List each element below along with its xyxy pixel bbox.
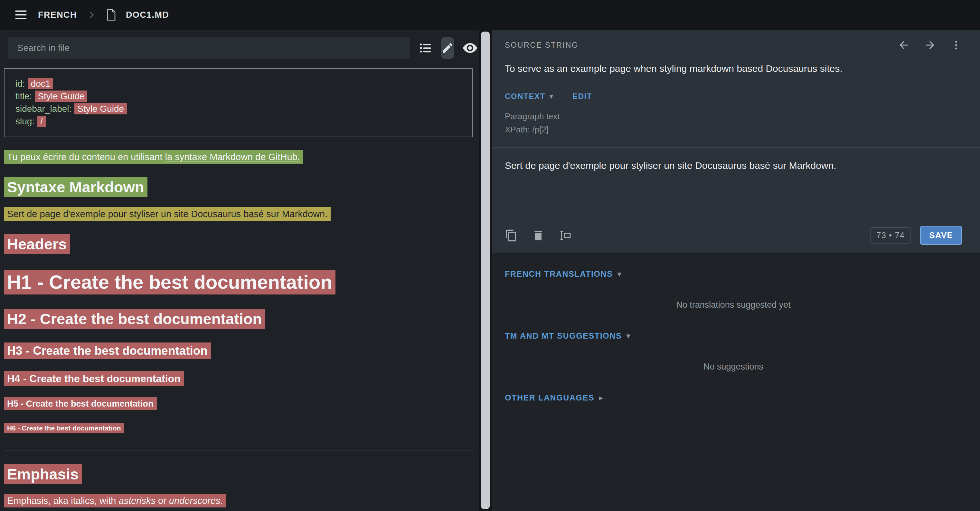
- frontmatter-line: sidebar_label:Style Guide: [16, 102, 461, 115]
- arrow-right-icon: [924, 39, 936, 51]
- translation-textarea[interactable]: Sert de page d'exemple pour styliser un …: [505, 149, 962, 223]
- translatable-string[interactable]: Style Guide: [74, 103, 127, 114]
- editor-divider: [492, 147, 980, 148]
- scrollbar-thumb[interactable]: [481, 32, 490, 509]
- untranslated-string[interactable]: H5 - Create the best documentation: [4, 397, 157, 410]
- untranslated-string[interactable]: H6 - Create the best documentation: [4, 423, 124, 433]
- string-editor: SOURCE STRING: [492, 30, 980, 252]
- heading-syntaxe-markdown: Syntaxe Markdown: [4, 177, 474, 197]
- preview-mode-button[interactable]: [462, 38, 478, 57]
- paragraph-intro: Tu peux écrire du contenu en utilisant l…: [4, 151, 474, 163]
- heading-h3: H3 - Create the best documentation: [4, 343, 474, 359]
- breadcrumb-project[interactable]: FRENCH: [38, 10, 77, 20]
- suggestions-area: FRENCH TRANSLATIONS ▾ No translations su…: [492, 252, 980, 511]
- translatable-string[interactable]: Style Guide: [35, 91, 87, 102]
- heading-h5: H5 - Create the best documentation: [4, 398, 474, 409]
- translation-panel: SOURCE STRING: [492, 30, 980, 511]
- trash-icon: [532, 229, 545, 242]
- translate-mode-button[interactable]: [441, 37, 454, 59]
- hamburger-menu-button[interactable]: [14, 7, 28, 22]
- context-xpath: XPath: /p[2]: [505, 123, 962, 136]
- frontmatter-line: slug:/: [16, 115, 461, 128]
- french-translations-toggle[interactable]: FRENCH TRANSLATIONS ▾: [505, 269, 622, 279]
- italic-segment: asterisks: [119, 495, 156, 506]
- list-view-button[interactable]: [418, 38, 433, 57]
- context-toggle[interactable]: CONTEXT ▾: [505, 91, 554, 101]
- hamburger-icon: [14, 7, 28, 22]
- other-languages-label: OTHER LANGUAGES: [505, 393, 594, 402]
- frontmatter-key: slug:: [16, 116, 35, 126]
- clear-translation-button[interactable]: [532, 229, 545, 242]
- source-string-label: SOURCE STRING: [505, 41, 579, 50]
- text-segment: Emphasis, aka italics, with: [7, 495, 119, 506]
- source-string-text: To serve as an example page when styling…: [505, 63, 962, 74]
- translated-string[interactable]: Syntaxe Markdown: [4, 177, 148, 197]
- chevron-right-icon: [87, 10, 96, 20]
- file-icon: [106, 9, 116, 21]
- caret-right-icon: ▸: [599, 393, 603, 402]
- more-options-button[interactable]: [950, 39, 962, 51]
- untranslated-string[interactable]: Emphasis, aka italics, with asterisks or…: [4, 494, 226, 508]
- no-suggestions-text: No suggestions: [505, 362, 962, 372]
- translation-toolbar: 73 • 74 SAVE: [505, 223, 962, 252]
- edit-context-button[interactable]: EDIT: [573, 92, 592, 101]
- heading-h4: H4 - Create the best documentation: [4, 372, 474, 386]
- copy-icon: [505, 229, 518, 242]
- frontmatter-key: sidebar_label:: [16, 104, 72, 114]
- copy-source-button[interactable]: [505, 229, 518, 242]
- heading-h2: H2 - Create the best documentation: [4, 309, 474, 329]
- breadcrumb-file[interactable]: DOC1.MD: [126, 10, 169, 20]
- tm-mt-label: TM AND MT SUGGESTIONS: [505, 331, 622, 340]
- paragraph-emphasis: Emphasis, aka italics, with asterisks or…: [4, 495, 474, 507]
- kebab-menu-icon: [950, 39, 962, 51]
- frontmatter-key: title:: [16, 91, 32, 101]
- translatable-string[interactable]: /: [37, 116, 46, 127]
- horizontal-rule: [4, 450, 473, 450]
- intro-text: Tu peux écrire du contenu en utilisant: [7, 152, 165, 162]
- frontmatter-box: id:doc1 title:Style Guide sidebar_label:…: [4, 68, 473, 137]
- character-counter: 73 • 74: [870, 227, 911, 244]
- frontmatter-key: id:: [16, 78, 25, 89]
- save-button[interactable]: SAVE: [920, 226, 962, 245]
- eye-icon: [462, 40, 478, 56]
- search-input[interactable]: [8, 37, 410, 59]
- file-toolbar: [0, 30, 479, 65]
- italic-segment: underscores: [169, 495, 221, 506]
- paragraph-current: Sert de page d'exemple pour styliser un …: [4, 208, 474, 220]
- frontmatter-line: id:doc1: [16, 77, 461, 90]
- context-row: CONTEXT ▾ EDIT: [505, 91, 962, 101]
- untranslated-string[interactable]: H2 - Create the best documentation: [4, 309, 265, 329]
- frontmatter-line: title:Style Guide: [16, 90, 461, 102]
- untranslated-string[interactable]: H3 - Create the best documentation: [4, 342, 211, 359]
- context-type: Paragraph text: [505, 110, 962, 123]
- untranslated-string[interactable]: Headers: [4, 234, 70, 254]
- editor-header: SOURCE STRING: [505, 30, 962, 61]
- translatable-string[interactable]: doc1: [28, 78, 53, 89]
- pencil-icon: [441, 42, 454, 54]
- selected-string[interactable]: Sert de page d'exemple pour styliser un …: [4, 207, 331, 221]
- heading-emphasis: Emphasis: [4, 464, 474, 484]
- list-icon: [418, 41, 433, 55]
- text-segment: or: [156, 495, 169, 506]
- context-label: CONTEXT: [505, 92, 546, 101]
- translated-string[interactable]: Tu peux écrire du contenu en utilisant l…: [4, 150, 303, 164]
- main-split: id:doc1 title:Style Guide sidebar_label:…: [0, 30, 980, 511]
- no-translations-text: No translations suggested yet: [505, 300, 962, 310]
- untranslated-string[interactable]: H1 - Create the best documentation: [4, 270, 336, 294]
- untranslated-string[interactable]: Emphasis: [4, 464, 82, 484]
- next-string-button[interactable]: [924, 39, 936, 51]
- text-selection-icon: [559, 229, 572, 242]
- french-translations-label: FRENCH TRANSLATIONS: [505, 269, 612, 279]
- heading-headers: Headers: [4, 234, 474, 254]
- document-panel: id:doc1 title:Style Guide sidebar_label:…: [0, 30, 479, 511]
- previous-string-button[interactable]: [897, 39, 910, 51]
- untranslated-string[interactable]: H4 - Create the best documentation: [4, 371, 184, 386]
- edit-label: EDIT: [573, 92, 592, 101]
- document-scrollbar[interactable]: [479, 30, 492, 511]
- other-languages-toggle[interactable]: OTHER LANGUAGES ▸: [505, 393, 603, 402]
- heading-h6: H6 - Create the best documentation: [4, 424, 474, 433]
- tm-mt-suggestions-toggle[interactable]: TM AND MT SUGGESTIONS ▾: [505, 331, 631, 340]
- caret-down-icon: ▾: [617, 269, 622, 279]
- text-selection-mode-button[interactable]: [559, 229, 572, 242]
- topbar: FRENCH DOC1.MD: [0, 0, 980, 30]
